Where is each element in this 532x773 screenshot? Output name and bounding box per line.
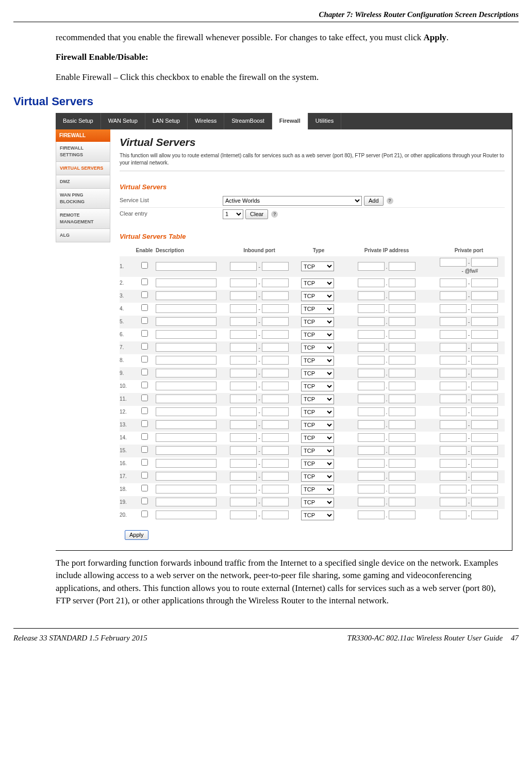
private-port-start[interactable] — [440, 258, 467, 267]
inbound-port-end[interactable] — [262, 317, 289, 326]
private-ip-b[interactable] — [389, 511, 415, 519]
private-port-start[interactable] — [440, 446, 467, 455]
private-ip-b[interactable] — [389, 343, 415, 352]
type-select[interactable]: TCP — [301, 356, 334, 366]
clear-button[interactable]: Clear — [245, 209, 268, 219]
inbound-port-end[interactable] — [262, 343, 289, 352]
inbound-port-end[interactable] — [262, 369, 289, 377]
private-ip-a[interactable] — [358, 394, 385, 403]
private-port-start[interactable] — [440, 317, 467, 326]
sidebar-item-remote-management[interactable]: REMOTE MANAGEMENT — [56, 209, 110, 229]
type-select[interactable]: TCP — [301, 407, 334, 417]
private-port-start[interactable] — [440, 407, 467, 416]
inbound-port-start[interactable] — [230, 498, 257, 506]
private-ip-b[interactable] — [389, 262, 415, 271]
description-input[interactable] — [156, 382, 217, 390]
inbound-port-end[interactable] — [262, 433, 289, 442]
inbound-port-end[interactable] — [262, 498, 289, 506]
inbound-port-start[interactable] — [230, 407, 257, 416]
description-input[interactable] — [156, 459, 217, 468]
private-ip-a[interactable] — [358, 459, 385, 468]
enable-checkbox[interactable] — [141, 317, 148, 324]
help-icon[interactable]: ? — [387, 198, 393, 204]
private-port-end[interactable] — [471, 369, 498, 377]
enable-checkbox[interactable] — [141, 498, 148, 504]
private-port-end[interactable] — [471, 304, 498, 313]
private-ip-a[interactable] — [358, 317, 385, 326]
private-ip-b[interactable] — [389, 382, 415, 390]
inbound-port-start[interactable] — [230, 356, 257, 365]
enable-checkbox[interactable] — [141, 394, 148, 401]
private-ip-b[interactable] — [389, 317, 415, 326]
private-port-start[interactable] — [440, 485, 467, 494]
private-ip-a[interactable] — [358, 511, 385, 519]
private-port-end[interactable] — [471, 511, 498, 519]
private-ip-a[interactable] — [358, 382, 385, 390]
private-port-start[interactable] — [440, 343, 467, 352]
inbound-port-start[interactable] — [230, 446, 257, 455]
private-ip-b[interactable] — [389, 369, 415, 377]
private-port-end[interactable] — [471, 446, 498, 455]
inbound-port-end[interactable] — [262, 472, 289, 481]
tab-wan-setup[interactable]: WAN Setup — [101, 113, 145, 129]
help-icon[interactable]: ? — [271, 211, 278, 218]
type-select[interactable]: TCP — [301, 317, 334, 327]
inbound-port-end[interactable] — [262, 446, 289, 455]
type-select[interactable]: TCP — [301, 446, 334, 456]
private-port-end[interactable] — [471, 394, 498, 403]
inbound-port-end[interactable] — [262, 511, 289, 519]
inbound-port-start[interactable] — [230, 394, 257, 403]
type-select[interactable]: TCP — [301, 420, 334, 430]
private-port-end[interactable] — [471, 278, 498, 287]
private-ip-b[interactable] — [389, 394, 415, 403]
private-ip-b[interactable] — [389, 330, 415, 339]
private-port-end[interactable] — [471, 420, 498, 429]
tab-firewall[interactable]: Firewall — [272, 113, 308, 129]
private-ip-b[interactable] — [389, 498, 415, 506]
inbound-port-end[interactable] — [262, 382, 289, 390]
description-input[interactable] — [156, 420, 217, 429]
private-port-start[interactable] — [440, 304, 467, 313]
type-select[interactable]: TCP — [301, 261, 334, 271]
private-ip-a[interactable] — [358, 262, 385, 271]
private-port-start[interactable] — [440, 420, 467, 429]
private-port-start[interactable] — [440, 394, 467, 403]
private-port-start[interactable] — [440, 330, 467, 339]
type-select[interactable]: TCP — [301, 459, 334, 469]
enable-checkbox[interactable] — [141, 446, 148, 453]
enable-checkbox[interactable] — [141, 420, 148, 427]
private-port-start[interactable] — [440, 459, 467, 468]
sidebar-item-firewall-settings[interactable]: FIREWALL SETTINGS — [56, 142, 110, 162]
inbound-port-end[interactable] — [262, 330, 289, 339]
enable-checkbox[interactable] — [141, 433, 148, 440]
private-ip-a[interactable] — [358, 498, 385, 506]
private-port-start[interactable] — [440, 498, 467, 506]
enable-checkbox[interactable] — [141, 356, 148, 363]
private-ip-b[interactable] — [389, 356, 415, 365]
inbound-port-start[interactable] — [230, 291, 257, 300]
sidebar-item-alg[interactable]: ALG — [56, 229, 110, 242]
private-port-end[interactable] — [471, 343, 498, 352]
type-select[interactable]: TCP — [301, 485, 334, 495]
inbound-port-start[interactable] — [230, 485, 257, 494]
private-port-start[interactable] — [440, 382, 467, 390]
private-ip-a[interactable] — [358, 278, 385, 287]
private-port-start[interactable] — [440, 291, 467, 300]
private-port-end[interactable] — [471, 317, 498, 326]
private-ip-b[interactable] — [389, 472, 415, 481]
type-select[interactable]: TCP — [301, 369, 334, 379]
description-input[interactable] — [156, 317, 217, 326]
clear-entry-select[interactable]: 1 — [223, 209, 243, 219]
description-input[interactable] — [156, 343, 217, 352]
private-ip-b[interactable] — [389, 446, 415, 455]
type-select[interactable]: TCP — [301, 291, 334, 301]
description-input[interactable] — [156, 330, 217, 339]
sidebar-item-wan-ping-blocking[interactable]: WAN PING BLOCKING — [56, 189, 110, 209]
inbound-port-end[interactable] — [262, 420, 289, 429]
enable-checkbox[interactable] — [141, 485, 148, 491]
private-ip-a[interactable] — [358, 446, 385, 455]
inbound-port-start[interactable] — [230, 382, 257, 390]
private-port-end[interactable] — [471, 472, 498, 481]
enable-checkbox[interactable] — [141, 343, 148, 350]
inbound-port-start[interactable] — [230, 433, 257, 442]
